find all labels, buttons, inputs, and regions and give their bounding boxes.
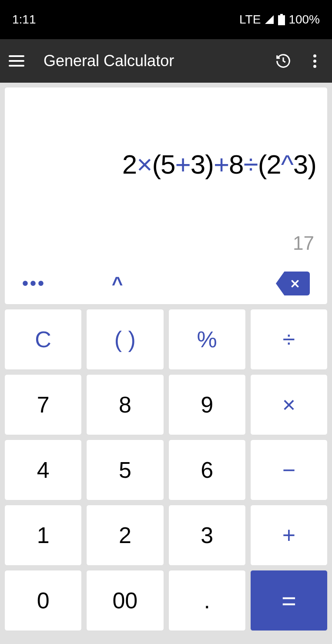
- key-5[interactable]: 5: [86, 439, 164, 500]
- history-icon[interactable]: [274, 51, 293, 70]
- more-options-icon[interactable]: •••: [22, 274, 46, 293]
- key-6[interactable]: 6: [168, 439, 246, 500]
- parens-button[interactable]: ( ): [86, 309, 164, 370]
- status-bar: 1:11 LTE 100%: [0, 0, 332, 39]
- key-dot[interactable]: .: [168, 570, 246, 631]
- backspace-button[interactable]: [276, 272, 310, 295]
- key-2[interactable]: 2: [86, 505, 164, 566]
- key-9[interactable]: 9: [168, 374, 246, 435]
- equals-button[interactable]: =: [250, 570, 328, 631]
- key-0[interactable]: 0: [4, 570, 82, 631]
- key-4[interactable]: 4: [4, 439, 82, 500]
- expression[interactable]: 2×(5+3)+8÷(2^3): [13, 96, 319, 232]
- status-right: LTE 100%: [239, 13, 320, 27]
- minus-button[interactable]: −: [250, 439, 328, 500]
- plus-button[interactable]: +: [250, 505, 328, 566]
- app-bar: General Calculator: [0, 39, 332, 83]
- divide-button[interactable]: ÷: [250, 309, 328, 370]
- svg-rect-1: [278, 15, 285, 25]
- svg-rect-0: [280, 14, 283, 15]
- key-1[interactable]: 1: [4, 505, 82, 566]
- app-title: General Calculator: [44, 52, 274, 70]
- hamburger-icon[interactable]: [9, 52, 26, 70]
- signal-icon: [264, 14, 275, 25]
- display-area: 2×(5+3)+8÷(2^3) 17 ••• ^: [4, 87, 328, 305]
- battery-icon: [278, 14, 285, 25]
- key-00[interactable]: 00: [86, 570, 164, 631]
- clear-button[interactable]: C: [4, 309, 82, 370]
- status-time: 1:11: [12, 13, 36, 27]
- key-3[interactable]: 3: [168, 505, 246, 566]
- close-icon: [289, 278, 301, 289]
- multiply-button[interactable]: ×: [250, 374, 328, 435]
- result: 17: [13, 232, 319, 267]
- network-label: LTE: [239, 13, 261, 27]
- battery-percent: 100%: [288, 13, 320, 27]
- keypad: C ( ) % ÷ 7 8 9 × 4 5 6 − 1 2 3 + 0 00 .…: [0, 309, 332, 635]
- more-icon[interactable]: [306, 52, 323, 70]
- display-actions: ••• ^: [13, 267, 319, 295]
- caret-button[interactable]: ^: [112, 273, 123, 295]
- percent-button[interactable]: %: [168, 309, 246, 370]
- key-7[interactable]: 7: [4, 374, 82, 435]
- key-8[interactable]: 8: [86, 374, 164, 435]
